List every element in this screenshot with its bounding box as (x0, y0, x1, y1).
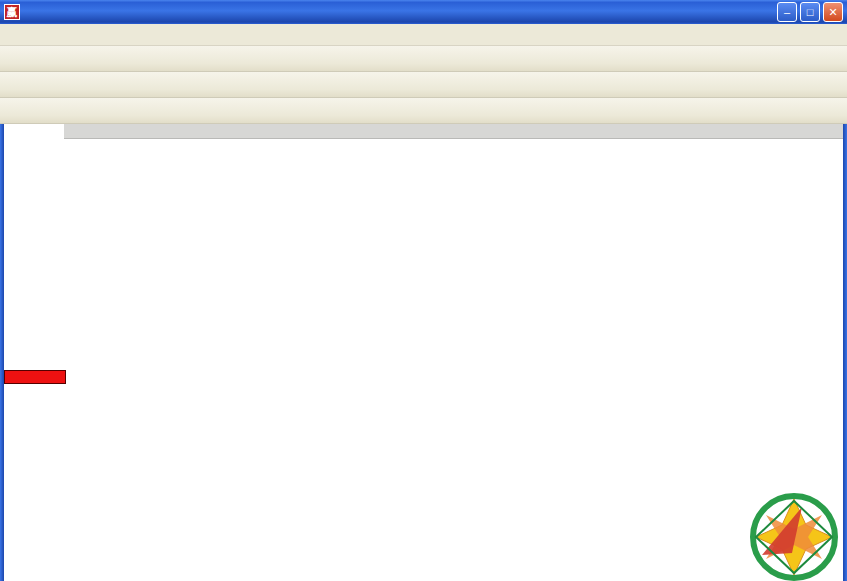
kline-chart-canvas[interactable] (4, 124, 843, 581)
chart-frame (0, 124, 847, 581)
app-window: 赢 – □ ✕ (0, 0, 847, 581)
minimize-button[interactable]: – (777, 2, 797, 22)
gann360-logo (744, 493, 843, 581)
toolbar-gann-tools (0, 46, 847, 72)
chart-area (4, 124, 843, 581)
app-icon: 赢 (4, 4, 20, 20)
title-bar: 赢 – □ ✕ (0, 0, 847, 24)
toolbar-chart-nav (0, 72, 847, 98)
close-button[interactable]: ✕ (823, 2, 843, 22)
menu-bar (0, 24, 847, 46)
toolbar-draw-tools (0, 98, 847, 124)
maximize-button[interactable]: □ (800, 2, 820, 22)
price-alert-tag (4, 370, 66, 384)
